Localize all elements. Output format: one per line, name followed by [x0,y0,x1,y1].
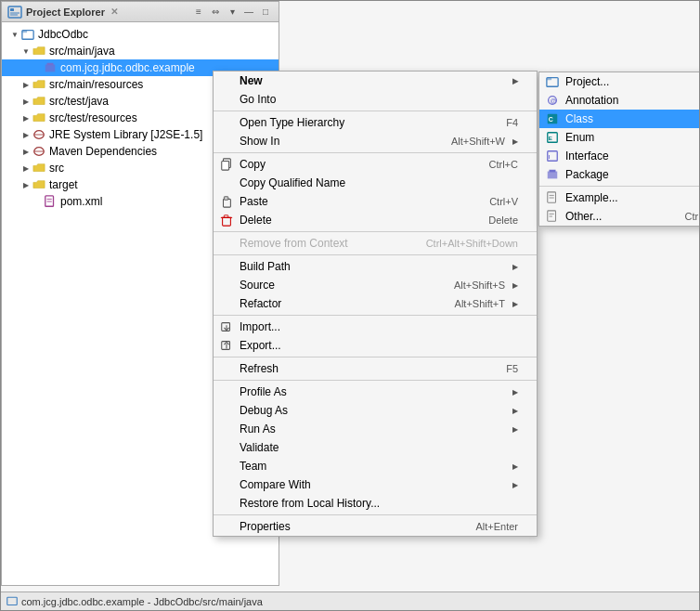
paste-icon [219,194,234,209]
menu-item-restore-local[interactable]: Restore from Local History... [214,494,537,513]
arrow-maven-deps: ▶ [20,146,32,157]
arrow-src-test-java: ▶ [20,96,32,107]
tree-item-src-main-java[interactable]: ▼ src/main/java [2,43,279,59]
menu-item-refresh[interactable]: Refresh F5 [214,359,537,378]
menu-item-copy[interactable]: Copy Ctrl+C [214,155,537,174]
show-in-shortcut: Alt+Shift+W [451,136,505,147]
menu-item-refactor[interactable]: Refactor Alt+Shift+T ▶ [214,294,537,313]
src-test-resources-icon [32,110,46,125]
panel-toolbar: ≡ ⇔ ▾ — □ [191,5,273,20]
panel-close-x: ✕ [110,6,118,17]
show-in-arrow-icon: ▶ [512,137,518,146]
tree-item-jdbcodbc[interactable]: ▼ JdbcOdbc [2,26,279,43]
copy-icon [219,157,234,172]
src-main-java-icon [32,44,46,58]
submenu-item-class[interactable]: C Class [539,110,700,128]
svg-rect-16 [222,162,229,171]
refactor-arrow-icon: ▶ [512,300,518,308]
maven-icon [32,144,46,159]
svg-rect-36 [550,170,556,173]
delete-shortcut: Delete [488,214,518,226]
open-type-shortcut: F4 [506,117,518,128]
run-as-arrow-icon: ▶ [512,425,518,434]
menu-item-go-into[interactable]: Go Into [214,90,537,109]
status-bar: com.jcg.jdbc.odbc.example - JdbcOdbc/src… [1,592,699,610]
svg-rect-0 [8,6,21,18]
menu-item-build-path[interactable]: Build Path ▶ [214,257,537,276]
submenu-item-project[interactable]: Project... [539,72,700,91]
menu-item-show-in[interactable]: Show In Alt+Shift+W ▶ [214,132,537,150]
svg-rect-1 [10,8,14,11]
menu-item-import[interactable]: Import... [214,318,537,336]
menu-item-paste[interactable]: Paste Ctrl+V [214,192,537,211]
svg-text:I: I [549,153,551,160]
menu-item-copy-qualified[interactable]: Copy Qualified Name [214,174,537,192]
menu-item-run-as[interactable]: Run As ▶ [214,420,537,438]
submenu-item-example[interactable]: Example... [539,188,700,207]
project-icon [20,27,35,42]
paste-shortcut: Ctrl+V [489,196,518,207]
separator-4 [214,254,537,255]
tree-label-src-main-java: src/main/java [49,45,115,58]
separator-3 [214,231,537,232]
export-icon [219,338,234,353]
source-arrow-icon: ▶ [512,281,518,290]
new-project-icon [545,74,560,89]
submenu-item-package[interactable]: Package [539,165,700,184]
menu-item-validate[interactable]: Validate [214,438,537,457]
tree-label-jdbcodbc: JdbcOdbc [38,28,88,41]
toolbar-collapse-btn[interactable]: ≡ [191,5,206,20]
toolbar-minimize-btn[interactable]: — [241,5,256,20]
svg-text:E: E [549,135,552,141]
menu-item-source[interactable]: Source Alt+Shift+S ▶ [214,276,537,294]
build-path-arrow-icon: ▶ [512,263,518,271]
svg-text:C: C [549,116,553,123]
menu-item-open-type[interactable]: Open Type Hierarchy F4 [214,113,537,132]
menu-item-remove-context[interactable]: Remove from Context Ctrl+Alt+Shift+Down [214,234,537,253]
toolbar-maximize-btn[interactable]: □ [258,5,273,20]
menu-item-profile-as[interactable]: Profile As ▶ [214,383,537,401]
menu-item-debug-as[interactable]: Debug As ▶ [214,401,537,420]
menu-item-properties[interactable]: Properties Alt+Enter [214,517,537,536]
separator-8 [214,514,537,515]
svg-rect-35 [548,172,558,179]
new-package-icon [545,167,560,182]
copy-shortcut: Ctrl+C [489,159,518,170]
submenu-item-interface[interactable]: I Interface [539,147,700,165]
tree-label-com-package: com.jcg.jdbc.odbc.example [60,61,195,74]
status-icon [6,595,18,608]
svg-rect-5 [22,31,27,33]
menu-item-compare-with[interactable]: Compare With ▶ [214,475,537,494]
src-folder-icon [32,161,46,176]
submenu-item-enum[interactable]: E Enum [539,128,700,147]
other-icon [545,209,560,224]
arrow-jdbcodbc: ▼ [9,29,20,40]
menu-item-export[interactable]: Export... [214,336,537,355]
tree-label-maven-deps: Maven Dependencies [49,145,157,158]
menu-item-delete[interactable]: Delete Delete [214,211,537,229]
svg-rect-6 [45,65,56,72]
source-shortcut: Alt+Shift+S [454,280,505,291]
arrow-src-test-resources: ▶ [20,112,32,124]
submenu-item-annotation[interactable]: @ Annotation [539,91,700,110]
sub-separator-1 [539,186,700,187]
debug-as-arrow-icon: ▶ [512,407,518,415]
target-folder-icon [32,177,46,192]
toolbar-link-btn[interactable]: ⇔ [208,5,223,20]
menu-item-team[interactable]: Team ▶ [214,457,537,475]
compare-with-arrow-icon: ▶ [512,481,518,489]
menu-item-new[interactable]: New ▶ [214,72,537,90]
jre-icon [32,127,46,142]
delete-icon [219,213,234,228]
annotation-icon: @ [545,93,560,108]
enum-icon: E [545,130,560,145]
new-submenu: Project... @ Annotation C Class E [538,72,700,227]
arrow-target: ▶ [20,179,32,190]
tree-label-src: src [49,162,64,175]
eclipse-window: Project Explorer ✕ ≡ ⇔ ▾ — □ ▼ JdbcOdbc [0,0,700,611]
status-text: com.jcg.jdbc.odbc.example - JdbcOdbc/src… [21,596,263,607]
toolbar-view-menu-btn[interactable]: ▾ [225,5,240,20]
submenu-item-other[interactable]: Other... Ctrl+N [539,207,700,226]
panel-header: Project Explorer ✕ ≡ ⇔ ▾ — □ [2,2,279,22]
package-icon [43,60,58,75]
